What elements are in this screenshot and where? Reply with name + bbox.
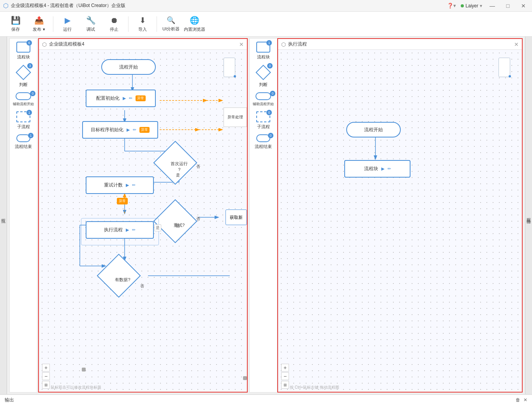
config-run-btn[interactable]: ▶ <box>123 96 126 101</box>
config-node[interactable]: 配置初始化 ▶ ✏ 异常 <box>86 90 156 107</box>
output-close-icon[interactable]: ✕ <box>523 397 527 403</box>
toolbar-save[interactable]: 💾 保存 <box>5 13 26 35</box>
retry-run-btn[interactable]: ▶ <box>126 183 129 188</box>
right-toolbox-judge[interactable]: 0 判断 <box>255 65 271 88</box>
target-node[interactable]: 目标程序初始化 ▶ ✏ 异常 <box>82 121 158 139</box>
right-sub-flow-start-badge: 0 <box>270 91 275 96</box>
top-right-connector <box>234 75 236 77</box>
first-run-label: 首次运行？ <box>171 161 188 173</box>
right-judge-label: 判断 <box>259 82 268 88</box>
toolbox-sub-flow[interactable]: 1 子流程 <box>16 111 30 130</box>
sub-flow-start-label: 辅助流程开始 <box>13 102 34 107</box>
execute-node[interactable]: 执行流程 ▶ ✏ <box>86 221 154 239</box>
toolbox-sub-flow-start[interactable]: 0 辅助流程开始 <box>13 92 34 107</box>
execute-label: 执行流程 <box>104 227 123 233</box>
browser-label: 内置浏览器 <box>184 26 205 32</box>
retry-edit-btn[interactable]: ✏ <box>132 183 136 188</box>
left-canvas-tab: ⬡ 企业级流程模板4 ✕ <box>39 39 247 50</box>
judge-label: 判断 <box>19 82 28 88</box>
right-sub-flow-start-label: 辅助流程开始 <box>253 102 274 107</box>
left-canvas-panel[interactable]: ⬡ 企业级流程模板4 ✕ <box>38 38 248 393</box>
right-panel-wrapper: 1 流程块 0 判断 0 辅助流程开始 <box>249 38 523 393</box>
run-label: 运行 <box>63 26 72 32</box>
flow-start-label: 流程开始 <box>119 64 138 70</box>
target-edit-btn[interactable]: ✏ <box>133 127 136 132</box>
right-toolbox-process-block[interactable]: 1 流程块 <box>256 42 270 60</box>
toolbar-debug[interactable]: 🔧 调试 <box>80 13 102 35</box>
user-area[interactable]: Laiyer ▾ <box>461 3 482 9</box>
execute-edit-btn[interactable]: ✏ <box>132 227 136 232</box>
toolbar-browser[interactable]: 🌐 内置浏览器 <box>183 13 205 35</box>
toolbar-stop[interactable]: ⏺ 停止 <box>103 13 125 35</box>
right-sub-flow-start-shape <box>255 92 271 100</box>
toolbar-publish[interactable]: 📤 发布 ▾ <box>28 13 50 35</box>
config-edit-btn[interactable]: ✏ <box>129 96 132 101</box>
zoom-fit-btn[interactable]: ⊞ <box>42 381 50 389</box>
import-label: 导入 <box>138 26 147 32</box>
get-new-node[interactable]: 获取新 <box>225 210 247 225</box>
execute-run-btn[interactable]: ▶ <box>126 227 129 232</box>
right-toolbox-sub-flow[interactable]: 0 子流程 <box>256 111 270 130</box>
right-tab-icon: ⬡ <box>281 41 286 48</box>
right-canvas-content[interactable]: 流程开始 流程块 ▶ ✏ + − ⊞ <box>278 50 522 392</box>
right-canvas-panel[interactable]: ⬡ 执行流程 ✕ <box>277 38 523 393</box>
exception-handler[interactable]: 异常处理 <box>224 107 247 127</box>
toolbox-process-block[interactable]: 6 流程块 <box>16 42 30 60</box>
zoom-out-btn[interactable]: − <box>42 372 50 380</box>
right-flow-svg <box>278 50 522 392</box>
right-canvas-tab: ⬡ 执行流程 ✕ <box>278 39 522 50</box>
left-canvas-content[interactable]: 流程开始 配置初始化 ▶ ✏ 异常 目标程序初始化 ▶ <box>39 50 247 392</box>
right-block-edit-btn[interactable]: ✏ <box>388 166 391 171</box>
right-toolbox-flow-end[interactable]: 0 流程结束 <box>255 134 272 150</box>
toolbox-judge[interactable]: 3 判断 <box>16 65 31 88</box>
save-icon: 💾 <box>11 16 21 25</box>
help-icon[interactable]: ❓▾ <box>447 3 456 9</box>
is-label: 是 <box>154 224 161 231</box>
title-bar: ⬡ 企业级流程模板4 - 流程创造者（UiBot Creator）企业版 ❓▾ … <box>0 0 532 12</box>
maximize-button[interactable]: □ <box>502 2 513 10</box>
publish-icon: 📤 <box>34 16 44 25</box>
zoom-controls-left: + − ⊞ <box>42 364 50 389</box>
toolbar-import[interactable]: ⬇ 导入 <box>132 13 153 35</box>
right-flow-start-label: 流程开始 <box>364 127 383 133</box>
flow-start-node[interactable]: 流程开始 <box>101 59 156 75</box>
minimize-button[interactable]: — <box>487 2 498 10</box>
first-run-diamond[interactable]: 首次运行？ <box>160 147 199 186</box>
target-run-btn[interactable]: ▶ <box>127 127 130 132</box>
right-flow-end-label: 流程结束 <box>255 144 272 150</box>
right-top-right-shape <box>499 58 510 77</box>
has-data-no-label: 否 <box>140 284 144 289</box>
toolbox-flow-end[interactable]: 1 流程结束 <box>15 134 32 150</box>
close-button[interactable]: ✕ <box>518 2 529 10</box>
judge-badge: 3 <box>27 63 33 69</box>
right-zoom-out-btn[interactable]: − <box>281 372 289 380</box>
right-toolbox-sub-flow-start[interactable]: 0 辅助流程开始 <box>253 92 274 107</box>
right-flow-start-node[interactable]: 流程开始 <box>346 122 401 137</box>
output-trash-icon[interactable]: 🗑 <box>516 397 520 403</box>
right-block-run-btn[interactable]: ▶ <box>381 166 384 171</box>
toolbar-separator-2 <box>128 16 129 32</box>
target-exception-badge: 异常 <box>139 127 150 133</box>
toolbar-separator-3 <box>157 16 157 32</box>
right-tab-close[interactable]: ✕ <box>514 41 519 48</box>
right-flow-block-node[interactable]: 流程块 ▶ ✏ <box>344 160 410 178</box>
zoom-controls-right: + − ⊞ <box>281 364 289 389</box>
publish-label: 发布 ▾ <box>33 26 45 32</box>
retry-count-node[interactable]: 重试计数 ▶ ✏ <box>86 176 154 194</box>
browser-icon: 🌐 <box>190 16 199 25</box>
process-block-badge: 6 <box>26 40 32 46</box>
toolbar-ui-analyzer[interactable]: 🔍 UI分析器 <box>160 13 182 35</box>
config-exception-badge: 异常 <box>136 95 146 101</box>
has-data-shape <box>97 254 141 298</box>
right-tab-label: 执行流程 <box>288 41 307 48</box>
has-data-diamond[interactable]: 有数据? <box>103 260 142 299</box>
right-zoom-fit-btn[interactable]: ⊞ <box>281 381 289 389</box>
zoom-in-btn[interactable]: + <box>42 364 50 372</box>
left-tab-close[interactable]: ✕ <box>239 41 244 48</box>
has-data-label: 有数据? <box>115 277 130 283</box>
right-zoom-in-btn[interactable]: + <box>281 364 289 372</box>
toolbar-run[interactable]: ▶ 运行 <box>56 13 78 35</box>
user-chevron[interactable]: ▾ <box>480 3 482 9</box>
config-label: 配置初始化 <box>96 95 120 102</box>
output-bar: 输出 🗑 ✕ <box>0 394 532 405</box>
